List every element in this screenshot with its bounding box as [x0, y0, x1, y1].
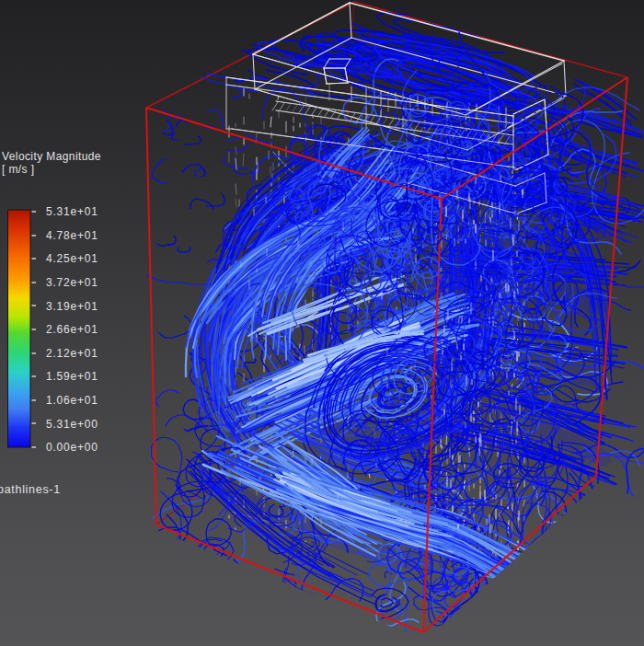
svg-text:pathlines-1: pathlines-1 — [0, 483, 61, 496]
svg-text:3.72e+01: 3.72e+01 — [46, 276, 98, 289]
svg-text:1.06e+01: 1.06e+01 — [46, 394, 98, 407]
svg-text:4.78e+01: 4.78e+01 — [46, 229, 98, 242]
svg-text:5.31e+00: 5.31e+00 — [46, 418, 98, 431]
svg-text:2.66e+01: 2.66e+01 — [46, 323, 98, 336]
svg-text:2.12e+01: 2.12e+01 — [46, 347, 98, 360]
svg-text:4.25e+01: 4.25e+01 — [46, 252, 98, 265]
svg-text:0.00e+00: 0.00e+00 — [46, 441, 98, 454]
svg-text:1.59e+01: 1.59e+01 — [46, 370, 98, 383]
svg-text:5.31e+01: 5.31e+01 — [46, 205, 98, 218]
svg-text:[ m/s ]: [ m/s ] — [2, 163, 34, 176]
svg-text:3.19e+01: 3.19e+01 — [46, 300, 98, 313]
svg-text:Velocity Magnitude: Velocity Magnitude — [2, 150, 101, 163]
